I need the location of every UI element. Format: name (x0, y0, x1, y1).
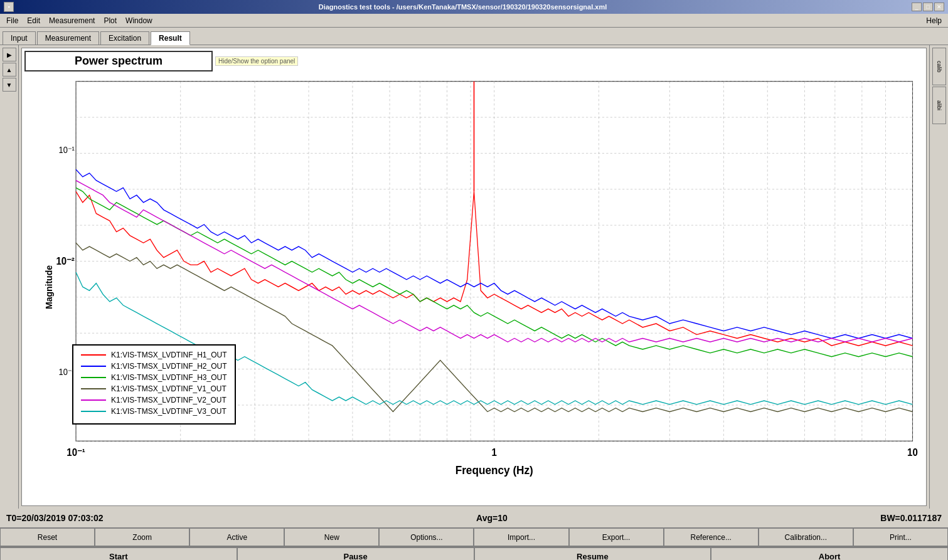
legend-label-h1: K1:VIS-TMSX_LVDTINF_H1_OUT (111, 351, 227, 359)
options-button[interactable]: Options... (379, 528, 474, 546)
legend-color-h2 (81, 366, 106, 367)
new-button[interactable]: New (284, 528, 379, 546)
tabs-bar: Input Measurement Excitation Result (0, 28, 948, 45)
bw-info: BW=0.0117187 (880, 513, 942, 523)
menu-edit[interactable]: Edit (23, 15, 44, 26)
reference-button[interactable]: Reference... (664, 528, 759, 546)
close-button[interactable]: ✕ (934, 3, 944, 11)
minimize-button[interactable]: _ (912, 3, 922, 11)
scroll-down-button[interactable]: ▼ (3, 78, 16, 92)
svg-text:1: 1 (492, 446, 498, 458)
tab-measurement[interactable]: Measurement (37, 31, 99, 45)
svg-text:10⁻¹: 10⁻¹ (59, 145, 75, 156)
menu-bar: File Edit Measurement Plot Window Help (0, 14, 948, 28)
legend-item-h3: K1:VIS-TMSX_LVDTINF_H3_OUT (81, 373, 227, 382)
bottom-toolbar: Reset Zoom Active New Options... Import.… (0, 527, 948, 546)
side-panel-right: calib alibi (929, 45, 948, 509)
menu-help[interactable]: Help (922, 15, 945, 26)
avg-info: Avg=10 (476, 513, 508, 523)
legend-item-v2: K1:VIS-TMSX_LVDTINF_V2_OUT (81, 396, 227, 404)
right-panel-btn2[interactable]: alibi (932, 87, 946, 124)
menu-window[interactable]: Window (122, 15, 156, 26)
t0-info: T0=20/03/2019 07:03:02 (6, 513, 104, 523)
menu-plot[interactable]: Plot (100, 15, 120, 26)
legend-label-v3: K1:VIS-TMSX_LVDTINF_V3_OUT (111, 407, 226, 416)
legend-color-v3 (81, 411, 106, 412)
side-panel-left: ▶ ▲ ▼ (0, 45, 19, 509)
legend-item-h1: K1:VIS-TMSX_LVDTINF_H1_OUT (81, 351, 227, 359)
maximize-button[interactable]: □ (923, 3, 933, 11)
svg-text:Frequency (Hz): Frequency (Hz) (455, 463, 533, 477)
scroll-up-button[interactable]: ▲ (3, 63, 16, 77)
import-button[interactable]: Import... (474, 528, 568, 546)
legend-label-v1: K1:VIS-TMSX_LVDTINF_V1_OUT (111, 384, 226, 393)
zoom-button[interactable]: Zoom (95, 528, 189, 546)
chart-svg-wrapper: Magnitude (22, 74, 926, 500)
legend-box: K1:VIS-TMSX_LVDTINF_H1_OUT K1:VIS-TMSX_L… (72, 344, 236, 425)
print-button[interactable]: Print... (853, 528, 948, 546)
chart-svg: 10⁻² 10⁻¹ 10⁻³ 10⁻¹ 1 10 Frequency (Hz) (22, 74, 926, 500)
svg-text:10⁻¹: 10⁻¹ (67, 446, 85, 458)
legend-color-h3 (81, 377, 106, 378)
legend-label-h2: K1:VIS-TMSX_LVDTINF_H2_OUT (111, 362, 227, 371)
legend-color-v1 (81, 388, 106, 389)
reset-button[interactable]: Reset (0, 528, 95, 546)
active-button[interactable]: Active (189, 528, 284, 546)
menu-items: File Edit Measurement Plot Window (3, 15, 156, 26)
menu-file[interactable]: File (3, 15, 22, 26)
export-button[interactable]: Export... (569, 528, 664, 546)
legend-item-h2: K1:VIS-TMSX_LVDTINF_H2_OUT (81, 362, 227, 371)
window-title: Diagnostics test tools - /users/KenTanak… (14, 3, 912, 11)
chart-tooltip: Hide/Show the option panel (215, 56, 298, 66)
resume-button[interactable]: Resume (474, 547, 711, 560)
legend-label-h3: K1:VIS-TMSX_LVDTINF_H3_OUT (111, 373, 227, 382)
chart-container: Power spectrum Hide/Show the option pane… (21, 48, 927, 506)
tab-result[interactable]: Result (151, 31, 190, 45)
tab-input[interactable]: Input (3, 31, 36, 45)
start-button[interactable]: Start (0, 547, 237, 560)
legend-item-v1: K1:VIS-TMSX_LVDTINF_V1_OUT (81, 384, 227, 393)
title-bar: ▪ Diagnostics test tools - /users/KenTan… (0, 0, 948, 14)
abort-button[interactable]: Abort (711, 547, 948, 560)
expand-left-button[interactable]: ▶ (3, 48, 16, 61)
chart-title-area: Power spectrum Hide/Show the option pane… (22, 48, 926, 74)
menu-measurement[interactable]: Measurement (45, 15, 99, 26)
svg-text:10⁻²: 10⁻² (56, 256, 74, 267)
y-axis-label: Magnitude (44, 265, 54, 309)
legend-color-v2 (81, 399, 106, 401)
legend-color-h1 (81, 354, 106, 356)
svg-text:10: 10 (907, 446, 918, 458)
right-panel-btn1[interactable]: calib (932, 48, 946, 85)
main-content: ▶ ▲ ▼ Power spectrum Hide/Show the optio… (0, 45, 948, 509)
pause-button[interactable]: Pause (237, 547, 474, 560)
chart-title: Power spectrum (24, 51, 213, 71)
window-controls: _ □ ✕ (912, 3, 944, 11)
legend-item-v3: K1:VIS-TMSX_LVDTINF_V3_OUT (81, 407, 227, 416)
window-icon[interactable]: ▪ (4, 2, 14, 12)
tab-excitation[interactable]: Excitation (100, 31, 149, 45)
control-bar: Start Pause Resume Abort (0, 546, 948, 560)
info-bar: T0=20/03/2019 07:03:02 Avg=10 BW=0.01171… (0, 509, 948, 527)
legend-label-v2: K1:VIS-TMSX_LVDTINF_V2_OUT (111, 396, 226, 404)
calibration-button[interactable]: Calibration... (759, 528, 853, 546)
